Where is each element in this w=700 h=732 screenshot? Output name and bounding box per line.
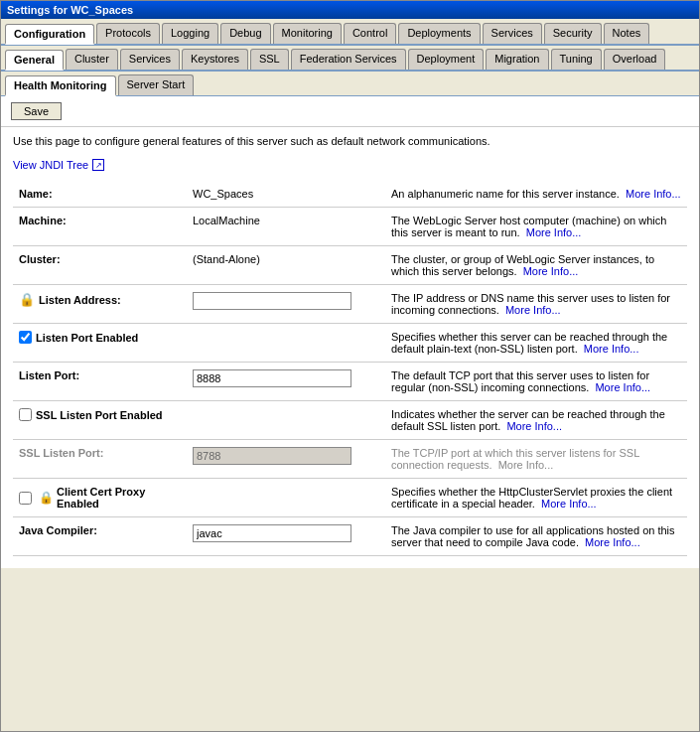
tab-tuning[interactable]: Tuning [551, 49, 602, 70]
field-value-ssl-listen-port-enabled [187, 401, 385, 440]
field-label-name: Name: [13, 181, 187, 208]
field-value-ssl-listen-port [187, 440, 385, 479]
tab-deployment[interactable]: Deployment [408, 49, 485, 70]
field-desc-listen-port: The default TCP port that this server us… [385, 363, 687, 401]
more-info-cluster[interactable]: More Info... [523, 265, 579, 277]
external-link-icon: ↗ [92, 159, 104, 171]
ssl-listen-port-enabled-checkbox[interactable] [19, 408, 32, 421]
field-label-cluster: Cluster: [13, 246, 187, 285]
tab-notes[interactable]: Notes [604, 23, 650, 44]
field-label-listen-port: Listen Port: [13, 363, 187, 401]
listen-address-input[interactable] [193, 292, 351, 310]
more-info-name[interactable]: More Info... [626, 188, 681, 200]
settings-table: Name: WC_Spaces An alphanumeric name for… [13, 181, 687, 556]
listen-port-input[interactable] [193, 369, 351, 387]
more-info-listen-port-enabled[interactable]: More Info... [584, 343, 639, 355]
listen-port-enabled-checkbox[interactable] [19, 331, 32, 344]
more-info-listen-address[interactable]: More Info... [505, 304, 561, 316]
field-desc-cluster: The cluster, or group of WebLogic Server… [385, 246, 687, 285]
field-desc-ssl-listen-port-enabled: Indicates whether the server can be reac… [385, 401, 687, 440]
field-label-ssl-listen-port: SSL Listen Port: [13, 440, 187, 479]
window-title: Settings for WC_Spaces [7, 4, 133, 16]
table-row: SSL Listen Port Enabled Indicates whethe… [13, 401, 687, 440]
title-bar: Settings for WC_Spaces [1, 1, 699, 19]
field-value-listen-port [187, 363, 385, 401]
field-desc-java-compiler: The Java compiler to use for all applica… [385, 517, 687, 556]
field-label-ssl-listen-port-enabled: SSL Listen Port Enabled [13, 401, 187, 440]
field-value-client-cert-proxy [187, 479, 385, 517]
jndi-tree-link[interactable]: View JNDI Tree ↗ [13, 159, 687, 171]
table-row: Listen Port Enabled Specifies whether th… [13, 324, 687, 363]
tab-row-1: ConfigurationProtocolsLoggingDebugMonito… [1, 19, 699, 46]
tab-ssl[interactable]: SSL [250, 49, 289, 70]
more-info-client-cert-proxy[interactable]: More Info... [541, 498, 597, 510]
field-desc-name: An alphanumeric name for this server ins… [385, 181, 687, 208]
tab-overload[interactable]: Overload [604, 49, 666, 70]
main-window: Settings for WC_Spaces ConfigurationProt… [0, 0, 700, 732]
tab-deployments[interactable]: Deployments [398, 23, 480, 44]
field-value-listen-address [187, 285, 385, 324]
tab-federation-services[interactable]: Federation Services [291, 49, 406, 70]
lock-icon: 🔒 [19, 292, 35, 307]
tab-protocols[interactable]: Protocols [96, 23, 160, 44]
field-desc-listen-address: The IP address or DNS name this server u… [385, 285, 687, 324]
tab-health-monitoring[interactable]: Health Monitoring [5, 75, 116, 96]
tab-row-3: Health MonitoringServer Start [1, 72, 699, 96]
more-info-listen-port[interactable]: More Info... [595, 381, 650, 393]
field-value-listen-port-enabled [187, 324, 385, 363]
field-label-java-compiler: Java Compiler: [13, 517, 187, 556]
field-value-java-compiler [187, 517, 385, 556]
tab-control[interactable]: Control [344, 23, 396, 44]
tab-debug[interactable]: Debug [220, 23, 270, 44]
tab-server-start[interactable]: Server Start [118, 74, 195, 95]
field-desc-ssl-listen-port: The TCP/IP port at which this server lis… [385, 440, 687, 479]
table-row: 🔒 Listen Address: The IP address or DNS … [13, 285, 687, 324]
save-bar: Save [1, 96, 699, 127]
tab-keystores[interactable]: Keystores [182, 49, 248, 70]
tab-security[interactable]: Security [544, 23, 602, 44]
tab-cluster[interactable]: Cluster [66, 49, 118, 70]
field-value-name: WC_Spaces [187, 181, 385, 208]
field-label-listen-address: 🔒 Listen Address: [13, 285, 187, 324]
client-cert-proxy-checkbox[interactable] [19, 492, 32, 505]
more-info-ssl-listen-port[interactable]: More Info... [498, 459, 554, 471]
tab-configuration[interactable]: Configuration [5, 24, 94, 45]
field-label-client-cert-proxy: 🔒 Client Cert Proxy Enabled [13, 479, 187, 517]
tab-logging[interactable]: Logging [162, 23, 218, 44]
field-desc-listen-port-enabled: Specifies whether this server can be rea… [385, 324, 687, 363]
client-cert-proxy-icon: 🔒 [39, 491, 54, 505]
tab-row-2: GeneralClusterServicesKeystoresSSLFedera… [1, 46, 699, 72]
table-row: Name: WC_Spaces An alphanumeric name for… [13, 181, 687, 208]
tab-services[interactable]: Services [120, 49, 180, 70]
field-desc-client-cert-proxy: Specifies whether the HttpClusterServlet… [385, 479, 687, 517]
more-info-java-compiler[interactable]: More Info... [585, 536, 640, 548]
more-info-machine[interactable]: More Info... [526, 226, 582, 238]
tab-monitoring[interactable]: Monitoring [273, 23, 342, 44]
table-row: Machine: LocalMachine The WebLogic Serve… [13, 208, 687, 246]
field-label-listen-port-enabled: Listen Port Enabled [13, 324, 187, 363]
table-row: SSL Listen Port: The TCP/IP port at whic… [13, 440, 687, 479]
field-label-machine: Machine: [13, 208, 187, 246]
table-row: Listen Port: The default TCP port that t… [13, 363, 687, 401]
jndi-link-label: View JNDI Tree [13, 159, 88, 171]
table-row: 🔒 Client Cert Proxy Enabled Specifies wh… [13, 479, 687, 517]
tab-migration[interactable]: Migration [486, 49, 548, 70]
more-info-ssl-listen-port-enabled[interactable]: More Info... [506, 420, 562, 432]
tab-services[interactable]: Services [483, 23, 542, 44]
save-button[interactable]: Save [11, 102, 62, 120]
tab-general[interactable]: General [5, 50, 64, 71]
java-compiler-input[interactable] [193, 524, 351, 542]
ssl-listen-port-input[interactable] [193, 447, 351, 465]
field-value-machine: LocalMachine [187, 208, 385, 246]
field-value-cluster: (Stand-Alone) [187, 246, 385, 285]
page-description: Use this page to configure general featu… [13, 127, 687, 151]
table-row: Java Compiler: The Java compiler to use … [13, 517, 687, 556]
table-row: Cluster: (Stand-Alone) The cluster, or g… [13, 246, 687, 285]
field-desc-machine: The WebLogic Server host computer (machi… [385, 208, 687, 246]
